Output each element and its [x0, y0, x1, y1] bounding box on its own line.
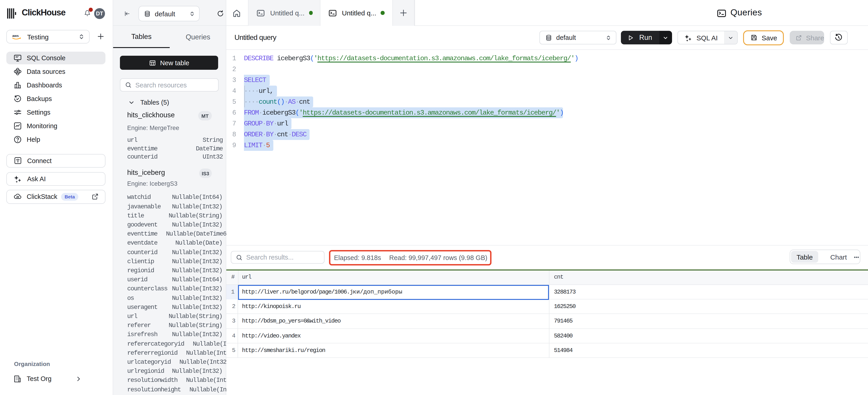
- svg-text:aws: aws: [12, 34, 19, 37]
